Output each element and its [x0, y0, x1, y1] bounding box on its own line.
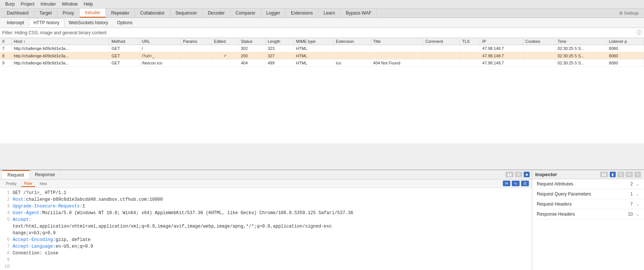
line-number: 7 — [3, 243, 10, 250]
chevron-down-icon: ⌄ — [636, 181, 640, 187]
col-cookies[interactable]: Cookies — [523, 38, 555, 45]
line-number: 3 — [3, 203, 10, 210]
col-edited[interactable]: Edited — [212, 38, 238, 45]
filter-input[interactable] — [2, 30, 637, 35]
chevron-down-icon: ⌄ — [636, 212, 640, 217]
inspector-icon-list[interactable]: ☰ — [617, 172, 624, 177]
tab-collaborator[interactable]: Collaborator — [135, 9, 170, 17]
inspector-row-label: Request Headers — [537, 201, 571, 207]
col-url[interactable]: URL — [139, 38, 181, 45]
menu-burp[interactable]: Burp — [2, 1, 18, 7]
inspector-icon-pause[interactable]: ▮▮ — [600, 172, 608, 177]
line-number: 5 — [3, 216, 10, 223]
view-controls: ▮▮ ☰ ■ — [505, 172, 530, 177]
col-title[interactable]: Title — [371, 38, 423, 45]
view-full-btn[interactable]: ■ — [524, 172, 530, 177]
code-key: Accept-Encoding: — [13, 236, 55, 243]
col-ip[interactable]: IP — [480, 38, 523, 45]
sub-tab-intercept[interactable]: Intercept — [2, 19, 29, 26]
line-number: 4 — [3, 210, 10, 216]
inspector-icon-close[interactable]: ✕ — [634, 172, 641, 177]
col-num[interactable]: # — [0, 38, 11, 45]
fmt-icon-msg[interactable]: ✉ — [503, 181, 510, 186]
code-line: 7Accept-Language: en-US,en;q=0.9 — [3, 243, 529, 250]
sub-tab-options[interactable]: Options — [112, 19, 137, 26]
tab-intruder[interactable]: Intruder — [80, 9, 106, 18]
tab-dashboard[interactable]: Dashboard — [1, 9, 34, 17]
code-value: Mozilla/5.0 (Windows NT 10.0; Win64; x64… — [42, 210, 353, 216]
fmt-right-controls: ✉ ¹℮ ☰ — [503, 181, 529, 186]
code-line: 2Host: challenge-b09c6d1e3abcdd48.sandbo… — [3, 196, 529, 203]
inspector-row[interactable]: Request Query Parameters1⌄ — [532, 189, 644, 199]
menu-project[interactable]: Project — [18, 1, 37, 7]
code-key: Host: — [13, 196, 26, 203]
tab-sequencer[interactable]: Sequencer — [170, 9, 203, 17]
settings-link[interactable]: ⚙ Settings — [615, 9, 643, 17]
code-line: 1GET /?url=_ HTTP/1.1 — [3, 190, 529, 196]
request-code-area[interactable]: 1GET /?url=_ HTTP/1.12Host: challenge-b0… — [0, 188, 532, 270]
col-time[interactable]: Time — [555, 38, 606, 45]
format-bar: Pretty Raw Hex ✉ ¹℮ ☰ — [0, 180, 532, 188]
tab-extensions[interactable]: Extensions — [286, 9, 318, 17]
table-row[interactable]: 7http://challenge-b09c6d1e3a...GET/30232… — [0, 45, 644, 52]
col-mime[interactable]: MIME type — [294, 38, 333, 45]
col-length[interactable]: Length — [265, 38, 294, 45]
view-lines-btn[interactable]: ☰ — [515, 172, 522, 177]
inspector-row-count: 7 — [630, 201, 633, 207]
tab-logger[interactable]: Logger — [261, 9, 286, 17]
col-status[interactable]: Status — [238, 38, 265, 45]
col-extension[interactable]: Extension — [333, 38, 371, 45]
line-number — [3, 223, 10, 230]
filter-icon[interactable]: ⓘ — [637, 29, 642, 36]
table-row[interactable]: 9http://challenge-b09c6d1e3a...GET/favic… — [0, 60, 644, 67]
bottom-panel: Request Response ▮▮ ☰ ■ Pretty Raw Hex ✉… — [0, 169, 644, 270]
inspector-panel: Inspector ▮▮ ▮ ☰ ⚙ ✕ Request Attributes2… — [532, 170, 644, 270]
inspector-icon-settings[interactable]: ⚙ — [626, 172, 633, 177]
tab-comparer[interactable]: Comparer — [230, 9, 261, 17]
inspector-row[interactable]: Request Headers7⌄ — [532, 199, 644, 209]
table-row[interactable]: 8http://challenge-b09c6d1e3a...GET/?url=… — [0, 52, 644, 60]
code-value: hange;v=b3;q=0.9 — [13, 230, 55, 236]
inspector-row[interactable]: Response Headers10⌄ — [532, 209, 644, 219]
col-host[interactable]: Host ↑ — [11, 38, 109, 45]
menu-help[interactable]: Help — [81, 1, 96, 7]
code-line: 9 — [3, 257, 529, 263]
sub-tab-http-history[interactable]: HTTP history — [29, 19, 64, 27]
fmt-icon-1n[interactable]: ¹℮ — [512, 181, 520, 186]
code-value: Connection: close — [13, 250, 58, 257]
tab-learn[interactable]: Learn — [318, 9, 341, 17]
tab-target[interactable]: Target — [34, 9, 57, 17]
col-listener[interactable]: Listener p — [606, 38, 644, 45]
code-line: text/html,application/xhtml+xml,applicat… — [3, 223, 529, 230]
tab-bypass-waf[interactable]: Bypass WAF — [340, 9, 377, 17]
sub-tab-websockets[interactable]: WebSockets history — [64, 19, 113, 26]
chevron-down-icon: ⌄ — [636, 201, 640, 207]
inspector-row-label: Request Attributes — [537, 181, 573, 187]
tab-response[interactable]: Response — [30, 171, 61, 179]
col-method[interactable]: Method — [109, 38, 139, 45]
inspector-row[interactable]: Request Attributes2⌄ — [532, 179, 644, 189]
code-value: 1 — [82, 203, 85, 210]
code-value: challenge-b09c6d1e3abcdd48.sandbox.ctfhu… — [26, 196, 163, 203]
tab-proxy[interactable]: Proxy — [57, 9, 80, 17]
code-line: 6Accept-Encoding: gzip, deflate — [3, 236, 529, 243]
code-value: gzip, deflate — [55, 236, 91, 243]
tab-repeater[interactable]: Repeater — [106, 9, 135, 17]
col-comment[interactable]: Comment — [423, 38, 460, 45]
code-line: 5Accept: — [3, 216, 529, 223]
fmt-hex[interactable]: Hex — [37, 181, 50, 187]
menu-intruder[interactable]: Intruder — [38, 1, 59, 7]
fmt-icon-lines[interactable]: ☰ — [521, 181, 529, 186]
history-table-container[interactable]: # Host ↑ Method URL Params Edited Status… — [0, 38, 644, 143]
tab-decoder[interactable]: Decoder — [203, 9, 230, 17]
view-split-btn[interactable]: ▮▮ — [505, 172, 514, 177]
line-number: 2 — [3, 196, 10, 203]
menu-window[interactable]: Window — [59, 1, 81, 7]
col-params[interactable]: Params — [181, 38, 212, 45]
main-tab-bar: Dashboard Target Proxy Intruder Repeater… — [0, 9, 644, 18]
inspector-icon-active[interactable]: ▮ — [610, 172, 616, 177]
tab-request[interactable]: Request — [2, 170, 30, 179]
col-tls[interactable]: TLS — [460, 38, 480, 45]
fmt-raw[interactable]: Raw — [21, 180, 35, 187]
fmt-pretty[interactable]: Pretty — [3, 181, 20, 187]
